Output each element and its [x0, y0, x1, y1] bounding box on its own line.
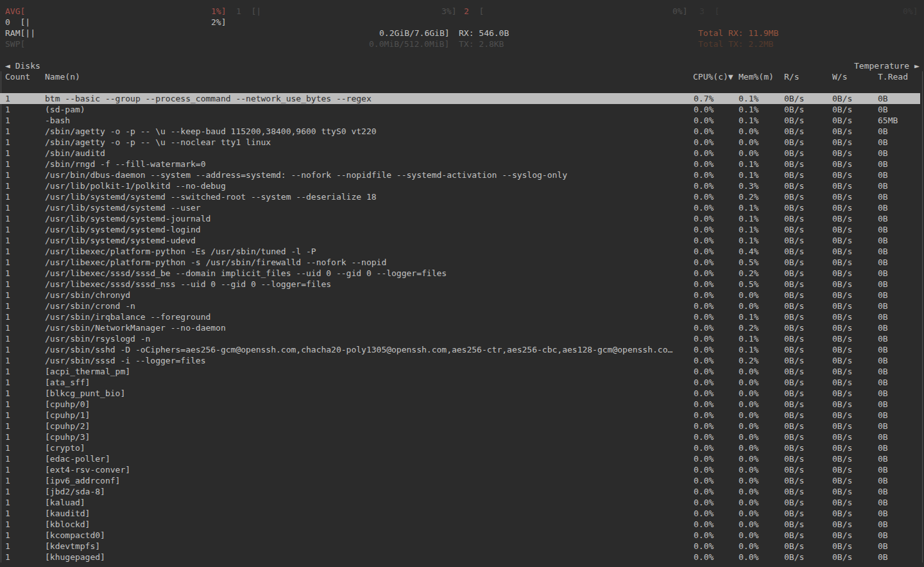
- process-row[interactable]: 1[cpuhp/0]0.0%0.0%0B/s0B/s0B: [0, 399, 920, 410]
- process-row[interactable]: 1/usr/libexec/sssd/sssd_be --domain impl…: [0, 268, 920, 279]
- cell-rs: 0B/s: [784, 126, 804, 137]
- cell-count: 1: [5, 399, 10, 410]
- nav-prev-label: Disks: [15, 61, 40, 71]
- process-row[interactable]: 1[cpuhp/2]0.0%0.0%0B/s0B/s0B: [0, 421, 920, 432]
- process-row[interactable]: 1[kcompactd0]0.0%0.0%0B/s0B/s0B: [0, 530, 920, 541]
- process-row[interactable]: 1/sbin/agetty -o -p -- \u --keep-baud 11…: [0, 126, 920, 137]
- process-row[interactable]: 1/usr/sbin/sssd -i --logger=files0.0%0.2…: [0, 355, 920, 366]
- cell-ws: 0B/s: [832, 191, 852, 202]
- cell-name: /usr/sbin/crond -n: [45, 301, 689, 311]
- column-header-mem[interactable]: Mem%(m): [739, 71, 774, 82]
- process-row[interactable]: 1[cpuhp/1]0.0%0.0%0B/s0B/s0B: [0, 410, 920, 421]
- process-row[interactable]: 1[khugepaged]0.0%0.0%0B/s0B/s0B: [0, 552, 920, 563]
- process-row[interactable]: 1/usr/libexec/platform-python -Es /usr/s…: [0, 246, 920, 257]
- process-row[interactable]: 1[acpi_thermal_pm]0.0%0.0%0B/s0B/s0B: [0, 366, 920, 377]
- process-row[interactable]: 1[jbd2/sda-8]0.0%0.0%0B/s0B/s0B: [0, 486, 920, 497]
- process-row[interactable]: 1/usr/sbin/NetworkManager --no-daemon0.0…: [0, 322, 920, 333]
- cell-cpu: 0.0%: [694, 442, 714, 453]
- cell-name: [cpuhp/0]: [45, 399, 689, 410]
- cell-count: 1: [5, 224, 10, 235]
- cell-name: /usr/libexec/platform-python -s /usr/sbi…: [45, 257, 689, 268]
- cell-cpu: 0.0%: [694, 377, 714, 388]
- process-row[interactable]: 1/usr/libexec/platform-python -s /usr/sb…: [0, 257, 920, 268]
- cell-name: /usr/libexec/platform-python -Es /usr/sb…: [45, 246, 689, 257]
- cell-tread: 0B: [878, 377, 888, 388]
- cell-mem: 0.1%: [739, 93, 758, 104]
- cell-tread: 0B: [878, 344, 888, 355]
- process-row[interactable]: 1/sbin/agetty -o -p -- \u --noclear tty1…: [0, 137, 920, 148]
- cell-tread: 0B: [878, 104, 888, 115]
- cell-mem: 0.1%: [739, 333, 758, 344]
- cell-name: btm --basic --group --process_command --…: [45, 93, 689, 104]
- column-header-rs[interactable]: R/s: [784, 71, 799, 82]
- process-row[interactable]: 1/usr/sbin/sshd -D -oCiphers=aes256-gcm@…: [0, 344, 920, 355]
- cell-count: 1: [5, 257, 10, 268]
- cell-name: [ata_sff]: [45, 377, 689, 388]
- process-row[interactable]: 1[kblockd]0.0%0.0%0B/s0B/s0B: [0, 519, 920, 530]
- cpu-avg-percent: 1%]: [211, 6, 226, 17]
- process-row[interactable]: 1/usr/lib/polkit-1/polkitd --no-debug0.0…: [0, 180, 920, 191]
- column-header-name[interactable]: Name(n): [45, 71, 80, 82]
- process-row[interactable]: 1/usr/sbin/irqbalance --foreground0.0%0.…: [0, 311, 920, 322]
- process-row[interactable]: 1[ipv6_addrconf]0.0%0.0%0B/s0B/s0B: [0, 475, 920, 486]
- process-row[interactable]: 1[ext4-rsv-conver]0.0%0.0%0B/s0B/s0B: [0, 464, 920, 475]
- column-header-tread[interactable]: T.Read: [878, 71, 908, 82]
- cell-tread: 0B: [878, 442, 888, 453]
- cell-cpu: 0.0%: [694, 257, 714, 268]
- nav-prev-widget-disks[interactable]: ◄ Disks: [5, 60, 40, 71]
- cell-tread: 0B: [878, 410, 888, 421]
- cell-cpu: 0.0%: [694, 333, 714, 344]
- process-row[interactable]: 1[blkcg_punt_bio]0.0%0.0%0B/s0B/s0B: [0, 388, 920, 399]
- process-row[interactable]: 1[cpuhp/3]0.0%0.0%0B/s0B/s0B: [0, 432, 920, 442]
- process-row[interactable]: 1/usr/lib/systemd/systemd --user0.0%0.1%…: [0, 202, 920, 213]
- cell-ws: 0B/s: [832, 301, 852, 311]
- cell-count: 1: [5, 301, 10, 311]
- process-row[interactable]: 1/usr/sbin/crond -n0.0%0.0%0B/s0B/s0B: [0, 301, 920, 311]
- process-row[interactable]: 1/usr/sbin/rsyslogd -n0.0%0.1%0B/s0B/s0B: [0, 333, 920, 344]
- cell-mem: 0.0%: [739, 126, 758, 137]
- cell-count: 1: [5, 410, 10, 421]
- column-header-count[interactable]: Count: [5, 71, 30, 82]
- cell-ws: 0B/s: [832, 464, 852, 475]
- process-row[interactable]: 1/usr/sbin/chronyd0.0%0.0%0B/s0B/s0B: [0, 290, 920, 301]
- process-row[interactable]: 1[ata_sff]0.0%0.0%0B/s0B/s0B: [0, 377, 920, 388]
- cell-mem: 0.0%: [739, 301, 758, 311]
- process-row[interactable]: 1[kaluad]0.0%0.0%0B/s0B/s0B: [0, 497, 920, 508]
- cell-cpu: 0.0%: [694, 344, 714, 355]
- process-row[interactable]: 1(sd-pam)0.0%0.1%0B/s0B/s0B: [0, 104, 920, 115]
- process-row[interactable]: 1/sbin/rngd -f --fill-watermark=00.0%0.1…: [0, 159, 920, 170]
- process-row[interactable]: 1[kdevtmpfs]0.0%0.0%0B/s0B/s0B: [0, 541, 920, 552]
- cell-ws: 0B/s: [832, 355, 852, 366]
- cell-tread: 0B: [878, 530, 888, 541]
- cell-mem: 0.0%: [739, 290, 758, 301]
- cell-cpu: 0.0%: [694, 180, 714, 191]
- process-row[interactable]: 1/usr/lib/systemd/systemd --switched-roo…: [0, 191, 920, 202]
- process-row[interactable]: 1[kauditd]0.0%0.0%0B/s0B/s0B: [0, 508, 920, 519]
- process-row[interactable]: 1/usr/libexec/sssd/sssd_nss --uid 0 --gi…: [0, 279, 920, 290]
- cell-mem: 0.4%: [739, 246, 758, 257]
- cpu2-percent: 0%]: [672, 6, 687, 17]
- cell-rs: 0B/s: [784, 355, 804, 366]
- process-row[interactable]: 1/usr/lib/systemd/systemd-logind0.0%0.1%…: [0, 224, 920, 235]
- process-row[interactable]: 1/sbin/auditd0.0%0.0%0B/s0B/s0B: [0, 148, 920, 159]
- process-row[interactable]: 1[edac-poller]0.0%0.0%0B/s0B/s0B: [0, 453, 920, 464]
- process-row[interactable]: 1-bash0.0%0.1%0B/s0B/s65MB: [0, 115, 920, 126]
- cell-mem: 0.1%: [739, 170, 758, 180]
- ram-gauge-label: RAM[||: [5, 28, 35, 39]
- cell-ws: 0B/s: [832, 137, 852, 148]
- process-row[interactable]: 1/usr/bin/dbus-daemon --system --address…: [0, 170, 920, 180]
- nav-next-widget-temperature[interactable]: Temperature ►: [854, 60, 920, 71]
- cell-cpu: 0.0%: [694, 475, 714, 486]
- process-row[interactable]: 1/usr/lib/systemd/systemd-udevd0.0%0.1%0…: [0, 235, 920, 246]
- process-row[interactable]: 1btm --basic --group --process_command -…: [0, 93, 920, 104]
- process-row[interactable]: 1[crypto]0.0%0.0%0B/s0B/s0B: [0, 442, 920, 453]
- cell-count: 1: [5, 159, 10, 170]
- cell-mem: 0.0%: [739, 388, 758, 399]
- cell-name: /usr/sbin/sshd -D -oCiphers=aes256-gcm@o…: [45, 344, 689, 355]
- column-header-ws[interactable]: W/s: [832, 71, 847, 82]
- process-row[interactable]: 1/usr/lib/systemd/systemd-journald0.0%0.…: [0, 213, 920, 224]
- column-header-cpu[interactable]: CPU%(c)▼: [693, 71, 733, 82]
- cell-ws: 0B/s: [832, 399, 852, 410]
- cell-name: /usr/lib/systemd/systemd --switched-root…: [45, 191, 689, 202]
- cell-tread: 0B: [878, 93, 888, 104]
